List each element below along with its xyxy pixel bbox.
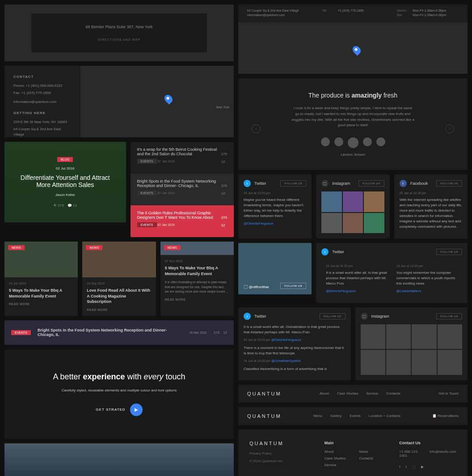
image-card[interactable]: ⬚ @cliffordthai FOLLOW US [238,243,312,294]
twitter-icon[interactable]: t [406,465,407,469]
large-map[interactable] [238,22,468,74]
facebook-card: fFacebook FOLLOW US 26 Jan at 16:20 pm W… [394,174,468,238]
list-item[interactable]: It's a wrap for the 5th Beirut Cooking F… [131,142,234,174]
follow-button[interactable]: FOLLOW US [436,313,462,319]
twitter-card: tTwitter FOLLOW US 24 Jun at 16:20 pm Ma… [238,174,312,238]
prev-arrow-icon[interactable]: ‹ [252,124,261,133]
next-arrow-icon[interactable]: › [445,124,454,133]
follow-button[interactable]: FOLLOW US [320,313,346,319]
navbar-secondary: QUANTUM Menu Gallery Events Location + C… [238,407,468,425]
avatar[interactable] [376,137,385,146]
news-card[interactable]: NEWS 24 Jun 2016 5 Ways To Make Your Bbq… [4,242,78,316]
address-overlay: 68 Bernier Plaza Suite 387, New York DIR… [31,13,207,52]
facebook-icon[interactable]: f [399,465,400,469]
avatar[interactable] [363,137,372,146]
nav-link[interactable]: Events [350,414,360,418]
instagram-feed-card: ⬚Instagram FOLLOW US [355,307,468,380]
article-title: Differentiate Yourself and Attract More … [13,174,117,188]
instagram-icon[interactable]: ⬚ [412,465,416,469]
blog-tag: BLOG [57,157,73,162]
map-pin-icon [351,44,362,55]
contact-map[interactable]: New York [80,66,234,137]
follow-button[interactable]: FOLLOW US [436,180,462,187]
logo[interactable]: QUANTUM [247,413,282,419]
avatar[interactable] [348,137,358,148]
footer-link[interactable]: Contacts [359,456,373,460]
facebook-icon: f [400,180,407,187]
footer-link[interactable]: News [359,450,373,454]
reservations-link[interactable]: 📋 Reservations [432,414,459,418]
get-in-touch-link[interactable]: Get in Touch [438,391,459,395]
privacy-link[interactable]: Privacy Policy [249,451,307,455]
read-more-link[interactable]: READ MORE [9,302,73,306]
logo[interactable]: QUANTUM [247,391,282,396]
list-item[interactable]: Bright Spots in the Food System Networki… [131,174,234,205]
getting-here-heading: GETTING HERE [13,111,72,115]
instagram-icon: ⬚ [361,313,368,320]
contact-heading: CONTACT [13,75,72,79]
avatar[interactable] [334,137,343,146]
contact-card: CONTACT Phone: +1 (401) 068-060-5322 Fax… [4,66,234,137]
news-card[interactable]: NEWS 07 Nov 2016 5 Ways To Make Your Bbq… [160,242,234,316]
article-list: It's a wrap for the 5th Beirut Cooking F… [131,142,234,237]
twitter-feed-card: tTwitter FOLLOW US It is a small world a… [238,307,351,380]
footer-link[interactable]: Case Studies [324,456,346,460]
follow-button[interactable]: FOLLOW US [280,283,306,289]
follow-button[interactable]: FOLLOW US [358,180,384,187]
nav-link[interactable]: Gallery [330,414,341,418]
footer: QUANTUM Privacy Policy © 2016 Quantum In… [238,429,468,476]
follow-button[interactable]: FOLLOW US [280,180,306,187]
map-pin-icon [163,93,174,104]
nav-link[interactable]: Service [367,391,379,395]
directions-link[interactable]: DIRECTIONS AND MAP [42,38,196,41]
list-item-active[interactable]: The 8 Golden Rules Professional Graphic … [131,205,234,237]
twitter-icon: t [321,248,329,255]
footer-link[interactable]: About [324,450,346,454]
address-text: 68 Bernier Plaza Suite 387, New York [42,25,196,29]
experience-hero: A better experience with every touch Car… [4,349,234,439]
twitter-dual-card: tTwitter FOLLOW US 24 Jun at 16:20 pm It… [316,243,468,303]
twitter-icon: t [244,313,251,320]
featured-article[interactable]: BLOG 02 Jul 2016 Differentiate Yourself … [4,142,126,222]
nav-link[interactable]: Location + Contacts [369,414,400,418]
read-more-link[interactable]: READ MORE [165,298,229,301]
read-more-link[interactable]: READ MORE [87,308,151,311]
navbar-primary: QUANTUM About Case Studies Service Conta… [238,385,468,403]
instagram-icon: ⬚ [321,180,329,187]
play-icon: ▶ [130,404,143,416]
top-info-bar: b/t Cooper Sq & 2nd Ave East Village inf… [238,4,468,74]
twitter-icon: t [244,180,251,187]
nav-link[interactable]: Contacts [386,391,400,395]
avatar[interactable] [321,137,330,146]
nav-link[interactable]: Menu [313,414,322,418]
map-widget: 68 Bernier Plaza Suite 387, New York DIR… [4,4,234,61]
event-banner[interactable]: EVENTS Bright Spots in the Food System N… [4,320,234,345]
nav-link[interactable]: Case Studies [337,391,358,395]
footer-link[interactable]: Service [324,463,346,467]
instagram-card: ⬚Instagram FOLLOW US [316,174,389,238]
news-card[interactable]: NEWS 24 Sep 2016 Love Food Read All Abou… [82,242,156,316]
youtube-icon[interactable]: ▶ [421,465,424,469]
testimonial-card: ‹ › The produce is amazingly fresh I coo… [238,78,468,170]
nav-link[interactable]: About [320,391,329,395]
mountain-image [4,443,234,476]
instagram-icon: ⬚ @cliffordthai [244,284,269,289]
follow-button[interactable]: FOLLOW US [436,249,462,255]
get-started-button[interactable]: GET STRATED ▶ [96,404,142,416]
